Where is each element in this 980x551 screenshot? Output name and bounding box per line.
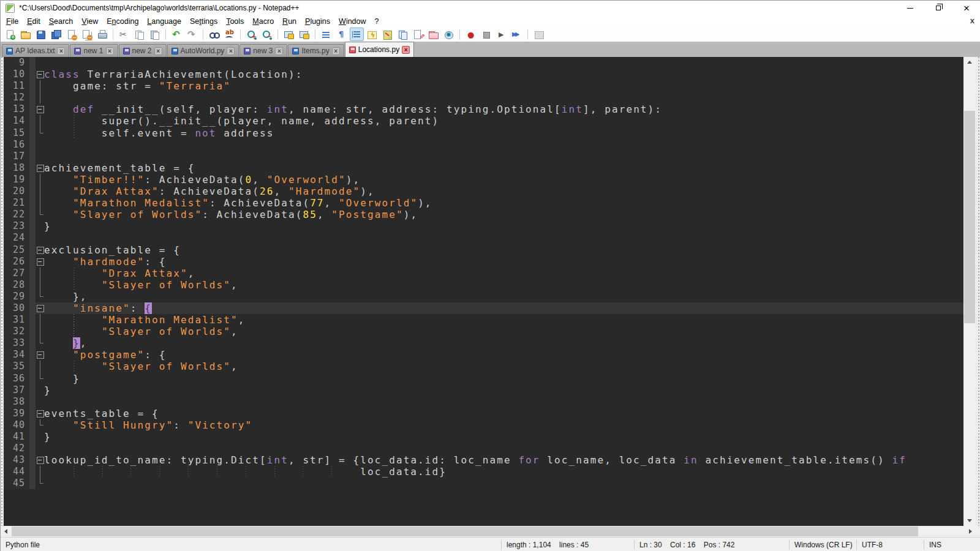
new-file-button[interactable] xyxy=(3,28,17,41)
code-text[interactable]: } xyxy=(44,373,963,384)
folder-workspace-button[interactable] xyxy=(426,28,440,41)
scroll-left-button[interactable] xyxy=(1,526,11,537)
menu-edit[interactable]: Edit xyxy=(23,16,45,27)
restore-button[interactable] xyxy=(924,1,952,15)
minimize-button[interactable] xyxy=(896,1,924,15)
menu-view[interactable]: View xyxy=(77,16,102,27)
code-text[interactable]: "hardmode": { xyxy=(44,256,963,268)
code-text[interactable] xyxy=(44,396,963,408)
undo-button[interactable] xyxy=(170,28,184,41)
code-text[interactable]: } xyxy=(44,220,963,232)
fold-toggle-box[interactable] xyxy=(36,162,44,174)
code-text[interactable]: "Slayer of Worlds", xyxy=(44,326,963,337)
code-text[interactable]: } xyxy=(44,384,963,396)
code-text[interactable]: exclusion_table = { xyxy=(44,244,963,256)
open-folder-button[interactable] xyxy=(18,28,32,41)
fold-toggle-box[interactable] xyxy=(36,349,44,361)
code-text[interactable]: def __init__(self, player: int, name: st… xyxy=(44,103,963,115)
stop-record-button[interactable] xyxy=(479,28,493,41)
tab-close-icon[interactable]: × xyxy=(332,47,340,55)
sync-h-button[interactable] xyxy=(297,28,311,41)
fold-toggle-box[interactable] xyxy=(36,69,44,80)
playback-button[interactable] xyxy=(494,28,508,41)
code-text[interactable]: "Timber!!": AchieveData(0, "Overworld"), xyxy=(44,174,963,186)
tab-close-icon[interactable]: × xyxy=(402,46,410,54)
code-text[interactable]: loc_data.id} xyxy=(44,466,963,478)
menu-language[interactable]: Language xyxy=(143,16,186,27)
code-text[interactable]: lookup_id_to_name: typing.Dict[int, str]… xyxy=(44,454,963,466)
horizontal-scrollbar-thumb[interactable] xyxy=(12,527,918,536)
word-wrap-button[interactable] xyxy=(319,28,333,41)
code-text[interactable]: "Drax Attax", xyxy=(44,268,963,279)
sync-v-button[interactable] xyxy=(282,28,296,41)
code-text[interactable]: self.event = not address xyxy=(44,127,963,139)
menu-settings[interactable]: Settings xyxy=(186,16,222,27)
tab-close-icon[interactable]: × xyxy=(57,47,65,55)
code-text[interactable]: "Still Hungry": "Victory" xyxy=(44,419,963,431)
menu-file[interactable]: File xyxy=(2,16,23,27)
close-all-button[interactable] xyxy=(80,28,94,41)
horizontal-scrollbar[interactable] xyxy=(1,526,976,537)
save-all-button[interactable] xyxy=(49,28,63,41)
function-list-button[interactable] xyxy=(365,28,379,41)
cut-button[interactable] xyxy=(117,28,131,41)
menu-search[interactable]: Search xyxy=(45,16,78,27)
code-editor[interactable]: 910class TerrariaAchievement(Location):1… xyxy=(4,57,963,526)
show-all-button[interactable] xyxy=(334,28,349,41)
fold-toggle-box[interactable] xyxy=(36,256,44,268)
code-text[interactable] xyxy=(44,92,963,103)
close-button[interactable] xyxy=(952,1,980,15)
code-text[interactable]: "Slayer of Worlds", xyxy=(44,361,963,372)
define-language-button[interactable] xyxy=(411,28,425,41)
menu-tools[interactable]: Tools xyxy=(222,16,248,27)
paste-button[interactable] xyxy=(148,28,162,41)
tab-autoworld-py[interactable]: AutoWorld.py× xyxy=(167,44,239,57)
menubar-close-icon[interactable]: x xyxy=(970,16,974,25)
code-text[interactable]: "Slayer of Worlds": AchieveData(85, "Pos… xyxy=(44,209,963,220)
code-text[interactable] xyxy=(44,478,963,489)
start-record-button[interactable] xyxy=(464,28,478,41)
code-text[interactable]: "Marathon Medalist", xyxy=(44,314,963,326)
replace-button[interactable] xyxy=(222,28,236,41)
code-text[interactable]: achievement_table = { xyxy=(44,162,963,174)
code-text[interactable]: game: str = "Terraria" xyxy=(44,80,963,92)
code-text[interactable]: } xyxy=(44,431,963,443)
vertical-scrollbar-thumb[interactable] xyxy=(964,111,975,323)
copy-button[interactable] xyxy=(132,28,146,41)
scroll-right-button[interactable] xyxy=(965,526,976,537)
menu-plugins[interactable]: Plugins xyxy=(301,16,334,27)
save-button[interactable] xyxy=(34,28,48,41)
fold-toggle-box[interactable] xyxy=(36,244,44,256)
tab-close-icon[interactable]: × xyxy=(227,47,235,55)
scroll-up-button[interactable] xyxy=(963,57,976,67)
tab-ap-ideas-txt[interactable]: AP Ideas.txt× xyxy=(2,44,69,57)
code-text[interactable]: "postgame": { xyxy=(44,349,963,361)
menu-[interactable]: ? xyxy=(371,16,383,27)
zoom-in-button[interactable] xyxy=(244,28,258,41)
zoom-out-button[interactable] xyxy=(260,28,274,41)
vertical-scrollbar[interactable] xyxy=(963,57,976,526)
menu-run[interactable]: Run xyxy=(278,16,301,27)
fold-toggle-box[interactable] xyxy=(36,302,44,314)
code-text[interactable]: }, xyxy=(44,291,963,302)
scroll-down-button[interactable] xyxy=(963,515,976,526)
monitoring-button[interactable] xyxy=(442,28,456,41)
code-text[interactable]: events_table = { xyxy=(44,408,963,419)
tab-close-icon[interactable]: × xyxy=(275,47,283,55)
run-macro-multi-button[interactable] xyxy=(510,28,524,41)
tab-close-icon[interactable]: × xyxy=(106,47,114,55)
document-map-button[interactable] xyxy=(380,28,394,41)
code-text[interactable]: "Drax Attax": AchieveData(26, "Hardmode"… xyxy=(44,186,963,197)
code-text[interactable] xyxy=(44,232,963,244)
code-text[interactable]: class TerrariaAchievement(Location): xyxy=(44,69,963,80)
tab-new-1[interactable]: new 1× xyxy=(70,44,118,57)
fold-toggle-box[interactable] xyxy=(36,103,44,115)
code-text[interactable]: }, xyxy=(44,337,963,349)
tab-new-3[interactable]: new 3× xyxy=(239,44,287,57)
code-text[interactable]: "Slayer of Worlds", xyxy=(44,279,963,291)
menu-window[interactable]: Window xyxy=(334,16,370,27)
close-doc-button[interactable] xyxy=(64,28,78,41)
code-text[interactable] xyxy=(44,443,963,454)
redo-button[interactable] xyxy=(185,28,199,41)
code-text[interactable] xyxy=(44,57,963,69)
